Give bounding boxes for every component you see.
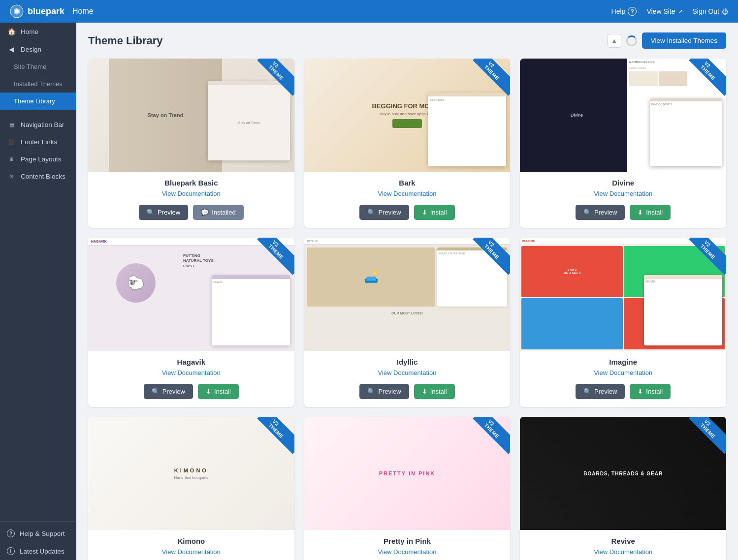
theme-grid: Stay on Trend Stay on Trend V2 THEME Blu… [88, 59, 726, 560]
theme-name-pretty-in-pink: Pretty in Pink [312, 537, 503, 545]
install-icon: ⬇ [206, 388, 211, 395]
theme-preview-idyllic: IDYLLIC 🛋️ RELAX, YOU'RE HOME OUR MOST L… [304, 238, 511, 351]
help-link[interactable]: Help ? [611, 7, 637, 16]
theme-doc-link-imagine[interactable]: View Documentation [594, 369, 652, 376]
nav-bar-icon: ▤ [7, 122, 16, 127]
install-button-idyllic[interactable]: ⬇ Install [414, 384, 455, 399]
preview-button-divine[interactable]: 🔍 Preview [576, 205, 625, 220]
sidebar-item-latest-updates[interactable]: i Latest Updates [0, 542, 76, 560]
sidebar-item-theme-library[interactable]: Theme Library [0, 93, 76, 110]
theme-name-imagine: Imagine [528, 358, 718, 366]
home-link[interactable]: Home [72, 7, 94, 16]
theme-info-revive: Revive View Documentation [520, 530, 726, 560]
preview-button-idyllic[interactable]: 🔍 Preview [359, 384, 409, 399]
search-icon: 🔍 [147, 209, 155, 216]
search-icon: 🔍 [583, 209, 591, 216]
sidebar-item-help-support[interactable]: ? Help & Support [0, 525, 76, 542]
sidebar-spacer [0, 185, 76, 518]
theme-doc-link-hagavik[interactable]: View Documentation [162, 369, 221, 376]
theme-doc-link-divine[interactable]: View Documentation [594, 190, 652, 197]
search-icon: 🔍 [583, 388, 591, 395]
search-icon: 🔍 [367, 209, 375, 216]
v2-badge: V2 THEME [471, 238, 510, 277]
sidebar-item-page-layouts[interactable]: ⊞ Page Layouts [0, 151, 76, 168]
logo: bluepark [10, 4, 64, 18]
preview-button-bark[interactable]: 🔍 Preview [359, 205, 409, 220]
install-button-imagine[interactable]: ⬇ Install [630, 384, 671, 399]
theme-info-idyllic: Idyllic View Documentation [304, 351, 511, 384]
install-button-divine[interactable]: ⬇ Install [630, 205, 671, 220]
logo-icon [10, 4, 24, 18]
theme-doc-link-revive[interactable]: View Documentation [594, 548, 652, 556]
help-icon: ? [628, 7, 637, 16]
theme-card-divine: Divine BAMBOO BASICS Latest Reviews BAMB… [520, 59, 726, 228]
sidebar-item-content-blocks[interactable]: ⊡ Content Blocks [0, 168, 76, 185]
theme-info-hagavik: Hagavik View Documentation [88, 351, 294, 384]
view-installed-button[interactable]: View Installed Themes [642, 32, 726, 49]
help-support-icon: ? [7, 529, 15, 537]
installed-icon: 💬 [201, 209, 209, 216]
theme-doc-link-bluepark-basic[interactable]: View Documentation [162, 190, 221, 197]
layout: 🏠 Home ◀ Design Site Theme Installed The… [0, 23, 738, 560]
external-link-icon: ↗ [678, 8, 683, 15]
svg-point-1 [15, 9, 19, 13]
installed-button-bluepark-basic[interactable]: 💬 Installed [193, 205, 243, 220]
design-icon: ◀ [7, 45, 16, 53]
sidebar-item-design[interactable]: ◀ Design [0, 40, 76, 58]
v2-badge: V2 THEME [255, 238, 294, 277]
install-button-hagavik[interactable]: ⬇ Install [198, 384, 239, 399]
theme-card-hagavik: HAGAVIK 🐑 PUTTINGNATURAL TOYSFIRST Hagav… [88, 238, 294, 407]
preview-button-imagine[interactable]: 🔍 Preview [576, 384, 625, 399]
sidebar-item-installed-themes[interactable]: Installed Themes [0, 75, 76, 93]
theme-preview-kimono: KIMONO Hand-tied bouquets V2 THEME [88, 417, 294, 530]
theme-doc-link-bark[interactable]: View Documentation [378, 190, 436, 197]
theme-info-kimono: Kimono View Documentation [88, 530, 294, 560]
theme-info-pretty-in-pink: Pretty in Pink View Documentation [304, 530, 511, 560]
theme-card-revive: BOARDS, THREADS & GEAR V2 THEME Revive V… [520, 417, 726, 560]
theme-actions-hagavik: 🔍 Preview ⬇ Install [88, 384, 294, 407]
v2-badge: V2 THEME [255, 417, 294, 456]
v2-badge: V2 THEME [687, 417, 726, 456]
theme-preview-bluepark-basic: Stay on Trend Stay on Trend V2 THEME [88, 59, 294, 172]
theme-actions-idyllic: 🔍 Preview ⬇ Install [304, 384, 511, 407]
theme-info-bluepark-basic: Bluepark Basic View Documentation [88, 172, 294, 205]
preview-button-hagavik[interactable]: 🔍 Preview [144, 384, 193, 399]
sidebar-item-site-theme[interactable]: Site Theme [0, 58, 76, 75]
layouts-icon: ⊞ [7, 156, 16, 162]
theme-doc-link-pretty-in-pink[interactable]: View Documentation [378, 548, 436, 556]
sign-out-link[interactable]: Sign Out ⏻ [693, 7, 728, 15]
header-actions: ▲ View Installed Themes [608, 32, 726, 49]
theme-preview-imagine: IMAGINE 3 for 2Mix & Match 3 for 2Mix & … [520, 238, 726, 351]
theme-info-divine: Divine View Documentation [520, 172, 726, 205]
sidebar-item-navigation-bar[interactable]: ▤ Navigation Bar [0, 116, 76, 133]
preview-button-bluepark-basic[interactable]: 🔍 Preview [139, 205, 188, 220]
main-content: Theme Library ▲ View Installed Themes St… [76, 23, 738, 560]
top-nav-left: bluepark Home [10, 4, 94, 18]
home-icon: 🏠 [7, 28, 16, 35]
install-icon: ⬇ [422, 388, 427, 395]
theme-info-imagine: Imagine View Documentation [520, 351, 726, 384]
top-nav: bluepark Home Help ? View Site ↗ Sign Ou… [0, 0, 738, 23]
install-icon: ⬇ [638, 209, 643, 216]
scroll-top-button[interactable]: ▲ [608, 34, 621, 48]
view-site-link[interactable]: View Site ↗ [646, 7, 682, 15]
sidebar-item-home[interactable]: 🏠 Home [0, 23, 76, 40]
footer-icon: ⬛ [7, 139, 16, 145]
theme-actions-divine: 🔍 Preview ⬇ Install [520, 205, 726, 228]
sidebar-item-footer-links[interactable]: ⬛ Footer Links [0, 133, 76, 151]
theme-preview-hagavik: HAGAVIK 🐑 PUTTINGNATURAL TOYSFIRST Hagav… [88, 238, 294, 351]
theme-name-idyllic: Idyllic [312, 358, 503, 366]
theme-name-hagavik: Hagavik [96, 358, 287, 366]
theme-doc-link-kimono[interactable]: View Documentation [162, 548, 221, 556]
theme-name-bluepark-basic: Bluepark Basic [96, 179, 287, 187]
loading-spinner [626, 35, 637, 46]
install-button-bark[interactable]: ⬇ Install [414, 205, 455, 220]
theme-doc-link-idyllic[interactable]: View Documentation [378, 369, 436, 376]
theme-card-bluepark-basic: Stay on Trend Stay on Trend V2 THEME Blu… [88, 59, 294, 228]
install-icon: ⬇ [638, 388, 643, 395]
theme-name-kimono: Kimono [96, 537, 287, 545]
info-icon: i [7, 547, 15, 555]
v2-badge: V2 THEME [255, 59, 294, 98]
search-icon: 🔍 [152, 388, 160, 395]
sign-out-icon: ⏻ [722, 8, 728, 15]
